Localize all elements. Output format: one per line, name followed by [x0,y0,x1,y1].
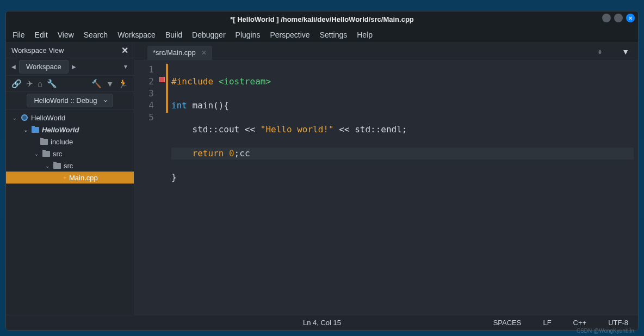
menu-search[interactable]: Search [84,30,108,39]
tree-label: include [51,138,73,146]
dropdown-icon[interactable]: ▼ [122,63,129,71]
tree-label: src [53,150,62,158]
maximize-button[interactable] [614,14,623,22]
menu-perspective[interactable]: Perspective [270,30,309,39]
workspace-row: ◀ Workspace ▶ ▼ [6,58,134,76]
fold-marker[interactable] [159,77,165,82]
line-number: 1 [134,64,154,76]
folder-icon [53,161,61,170]
send-icon[interactable]: ✈ [26,79,33,89]
minimize-button[interactable] [602,14,611,22]
line-number: 4 [134,100,154,112]
watermark: CSDN @WongKyunbiIn [577,328,634,334]
code-content[interactable]: #include <iostream> int main(){ std::cou… [168,60,638,315]
chevron-down-icon: ⌄ [22,127,29,133]
tab-label: *src/Main.cpp [153,48,196,57]
tree-src1[interactable]: ⌄ src [6,148,134,160]
tab-close-icon[interactable]: ✕ [201,49,207,57]
workspace-tree: ⌄ HelloWorld ⌄ HelloWorld include ⌄ src [6,109,134,315]
workspace-icon [20,113,29,122]
editor-area: *src/Main.cpp ✕ + ▼ 1 2 3 4 5 [134,43,638,315]
dropdown2-icon[interactable]: ▼ [106,80,114,88]
window-title: *[ HelloWorld ] /home/kali/dev/HelloWorl… [230,15,414,23]
tree-file-main[interactable]: ✦ Main.cpp [6,172,134,184]
tree-workspace-root[interactable]: ⌄ HelloWorld [6,112,134,124]
menu-workspace[interactable]: Workspace [117,30,156,39]
sidebar-header: Workspace View ✕ [6,43,134,58]
statusbar: Ln 4, Col 15 SPACES LF C++ UTF-8 [6,315,638,330]
menu-help[interactable]: Help [357,30,373,39]
next-icon[interactable]: ▶ [71,63,77,71]
wrench-icon[interactable]: 🔧 [47,79,57,89]
tree-label: Main.cpp [69,174,98,182]
close-button[interactable]: ✕ [626,14,635,22]
workspace-button[interactable]: Workspace [19,60,69,74]
body-area: Workspace View ✕ ◀ Workspace ▶ ▼ 🔗 ✈ ⌂ 🔧… [6,43,638,315]
menu-plugins[interactable]: Plugins [236,30,261,39]
menu-edit[interactable]: Edit [35,30,48,39]
tree-project[interactable]: ⌄ HelloWorld [6,124,134,136]
folder-icon [40,137,48,146]
build-config-select[interactable]: HelloWorld :: Debug [27,94,113,107]
tabbar: *src/Main.cpp ✕ + ▼ [134,43,638,60]
tab-menu-icon[interactable]: ▼ [622,47,629,56]
chevron-down-icon: ⌄ [33,151,40,157]
sidebar: Workspace View ✕ ◀ Workspace ▶ ▼ 🔗 ✈ ⌂ 🔧… [6,43,134,315]
menu-settings[interactable]: Settings [320,30,348,39]
menu-view[interactable]: View [58,30,74,39]
fold-column [159,60,166,315]
hammer-icon[interactable]: 🔨 [91,79,102,89]
chevron-down-icon: ⌄ [44,163,51,169]
run-icon[interactable]: 🏃 [118,79,128,89]
prev-icon[interactable]: ◀ [10,63,17,71]
titlebar: *[ HelloWorld ] /home/kali/dev/HelloWorl… [6,11,638,27]
tree-label: HelloWorld [42,126,79,134]
status-lang[interactable]: C++ [573,319,587,327]
status-cursor-pos[interactable]: Ln 4, Col 15 [303,319,341,327]
tab-main-cpp[interactable]: *src/Main.cpp ✕ [147,46,212,60]
tree-label: src [64,162,73,170]
line-gutter: 1 2 3 4 5 [134,60,159,315]
menu-file[interactable]: File [13,30,25,39]
home-icon[interactable]: ⌂ [38,79,42,88]
line-number: 2 [134,76,154,88]
code-editor[interactable]: 1 2 3 4 5 #include <iostream> int main()… [134,60,638,315]
build-config-row: HelloWorld :: Debug [6,92,134,109]
app-window: *[ HelloWorld ] /home/kali/dev/HelloWorl… [5,11,639,331]
tree-include[interactable]: include [6,136,134,148]
status-encoding[interactable]: UTF-8 [608,319,628,327]
new-tab-button[interactable]: + [598,47,602,56]
line-number: 3 [134,88,154,100]
tree-src2[interactable]: ⌄ src [6,160,134,172]
menu-build[interactable]: Build [165,30,182,39]
sparkle-icon: ✦ [63,175,67,181]
line-number: 5 [134,112,154,124]
window-controls: ✕ [602,14,635,22]
menubar: File Edit View Search Workspace Build De… [6,27,638,43]
folder-icon [31,125,40,134]
sidebar-close-button[interactable]: ✕ [121,45,128,56]
status-eol[interactable]: LF [543,319,551,327]
tree-label: HelloWorld [31,114,65,122]
sidebar-toolbar: 🔗 ✈ ⌂ 🔧 🔨 ▼ 🏃 [6,76,134,92]
link-icon[interactable]: 🔗 [11,79,22,89]
status-indent[interactable]: SPACES [493,319,522,327]
menu-debugger[interactable]: Debugger [192,30,226,39]
chevron-down-icon: ⌄ [11,115,18,121]
folder-icon [42,149,51,158]
sidebar-title: Workspace View [11,46,64,54]
